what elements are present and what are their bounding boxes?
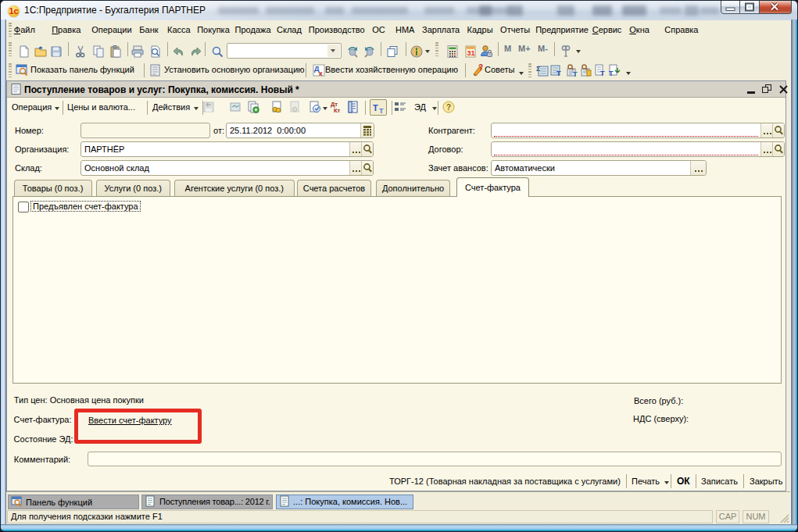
svg-text:T: T xyxy=(379,107,384,115)
svg-text:T: T xyxy=(373,103,378,112)
svg-text:?: ? xyxy=(446,103,451,112)
svg-text:Кт: Кт xyxy=(334,107,341,113)
svg-text:T: T xyxy=(573,70,578,77)
svg-text:T: T xyxy=(609,70,614,77)
svg-text:?: ? xyxy=(478,64,483,72)
svg-text:T: T xyxy=(556,70,561,77)
svg-text:T: T xyxy=(600,70,605,77)
svg-text:31: 31 xyxy=(467,49,475,57)
svg-text:к: к xyxy=(319,70,323,77)
